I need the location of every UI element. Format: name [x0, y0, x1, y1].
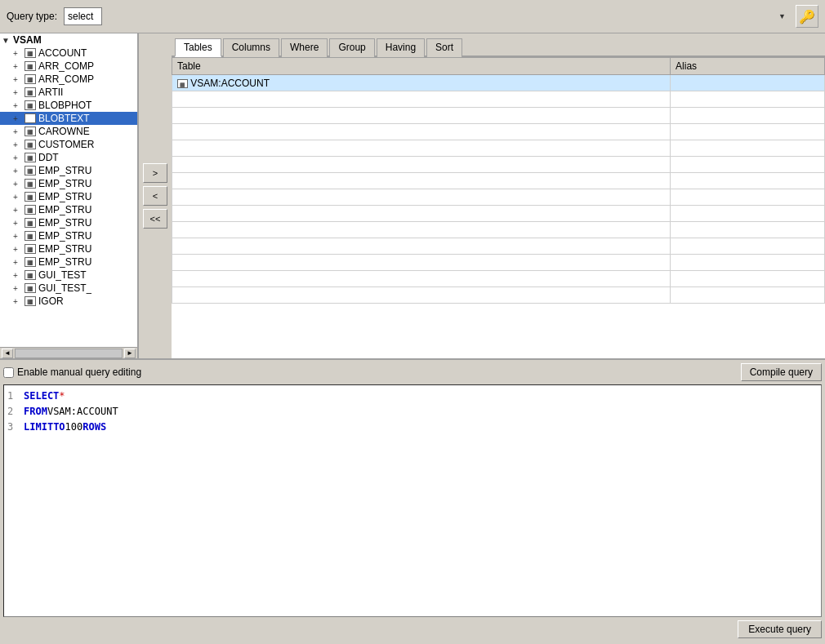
middle-buttons: > < << [139, 33, 172, 358]
list-item[interactable]: + ▦ ACCOUNT [0, 47, 137, 60]
list-item[interactable]: + ▦ EMP_STRU [0, 242, 137, 255]
remove-table-button[interactable]: < [143, 186, 167, 206]
list-item[interactable]: + ▦ IGOR [0, 295, 137, 308]
expand-icon: ▼ [2, 36, 11, 45]
list-item[interactable]: + ▦ ARTII [0, 86, 137, 99]
list-item[interactable]: + ▦ GUI_TEST_ [0, 282, 137, 295]
tab-sort[interactable]: Sort [426, 38, 462, 57]
expand-icon: + [13, 75, 23, 84]
table-row [172, 238, 825, 255]
table-icon: ▦ [25, 179, 36, 189]
table-icon: ▦ [25, 231, 36, 241]
table-icon: ▦ [25, 74, 36, 84]
select-keyword: SELECT [24, 389, 59, 404]
tab-where[interactable]: Where [281, 38, 328, 57]
table-row [172, 189, 825, 206]
tree-container[interactable]: ▼ VSAM + ▦ ACCOUNT + ▦ ARR_COMP + ▦ ARR_… [0, 33, 137, 347]
table-cell-alias [671, 75, 825, 91]
expand-icon: + [13, 140, 23, 149]
list-item[interactable]: + ▦ GUI_TEST [0, 269, 137, 282]
execute-query-button[interactable]: Execute query [738, 620, 822, 638]
tree-item-label: EMP_STRU [38, 217, 91, 229]
query-editor[interactable]: 1 SELECT * 2 FROM VSAM:ACCOUNT 3 LIMIT T… [3, 384, 822, 617]
list-item[interactable]: + ▦ CUSTOMER [0, 138, 137, 151]
list-item[interactable]: + ▦ DDT [0, 151, 137, 164]
table-row [172, 91, 825, 108]
list-item[interactable]: + ▦ EMP_STRU [0, 177, 137, 190]
expand-icon: + [13, 127, 23, 136]
list-item[interactable]: + ▦ BLOBTEXT [0, 112, 137, 125]
rows-keyword: ROWS [82, 420, 106, 435]
scroll-right-arrow[interactable]: ► [124, 349, 136, 358]
tree-item-label: DDT [38, 152, 59, 163]
table-row [172, 271, 825, 287]
tree-item-label: EMP_STRU [38, 243, 91, 255]
list-item[interactable]: + ▦ EMP_STRU [0, 229, 137, 242]
tab-group[interactable]: Group [329, 38, 374, 57]
list-item[interactable]: + ▦ EMP_STRU [0, 255, 137, 269]
table-row [172, 124, 825, 140]
limit-number: 100 [65, 420, 83, 435]
line-number-2: 2 [7, 404, 20, 420]
list-item[interactable]: + ▦ ARR_COMP [0, 73, 137, 86]
table-icon: ▦ [25, 283, 36, 293]
expand-icon: + [13, 180, 23, 189]
table-icon: ▦ [25, 61, 36, 71]
table-icon: ▦ [25, 192, 36, 202]
list-item[interactable]: + ▦ BLOBPHOT [0, 99, 137, 112]
tree-item-label: EMP_STRU [38, 256, 91, 268]
table-row[interactable]: ▦ VSAM:ACCOUNT [172, 75, 825, 91]
tab-columns[interactable]: Columns [223, 38, 279, 57]
query-type-select[interactable]: select insert update delete [64, 7, 102, 25]
tree-item-label: BLOBPHOT [38, 100, 91, 111]
compile-query-button[interactable]: Compile query [741, 363, 822, 381]
tree-item-label: CUSTOMER [38, 139, 94, 150]
manual-edit-bar: Enable manual query editing Compile quer… [3, 363, 822, 381]
table-icon: ▦ [25, 257, 36, 267]
scroll-left-arrow[interactable]: ◄ [2, 349, 13, 358]
to-keyword: TO [53, 420, 65, 435]
tree-item-label: EMP_STRU [38, 204, 91, 215]
expand-icon: + [13, 232, 23, 241]
tree-item-label: ACCOUNT [38, 47, 87, 59]
tree-item-label: BLOBTEXT [38, 113, 90, 124]
remove-all-tables-button[interactable]: << [143, 209, 167, 229]
list-item[interactable]: + ▦ EMP_STRU [0, 190, 137, 203]
top-bar: Query type: select insert update delete … [0, 0, 825, 33]
right-panel: Tables Columns Where Group Having Sort T… [172, 33, 825, 358]
table-icon: ▦ [25, 140, 36, 149]
add-table-button[interactable]: > [143, 163, 167, 183]
enable-manual-edit-checkbox[interactable] [3, 367, 14, 378]
expand-icon: + [13, 206, 23, 215]
expand-icon: + [13, 258, 23, 267]
left-panel: ▼ VSAM + ▦ ACCOUNT + ▦ ARR_COMP + ▦ ARR_… [0, 33, 139, 358]
list-item[interactable]: + ▦ EMP_STRU [0, 164, 137, 177]
table-icon: ▦ [25, 166, 36, 175]
list-item[interactable]: + ▦ CAROWNE [0, 125, 137, 138]
table-row [172, 157, 825, 173]
enable-manual-edit-label[interactable]: Enable manual query editing [3, 366, 141, 378]
table-icon: ▦ [25, 153, 36, 162]
table-row [172, 206, 825, 222]
toolbar-icon-button[interactable]: 🔑 [796, 5, 818, 28]
table-icon: ▦ [25, 87, 36, 97]
bottom-section: Enable manual query editing Compile quer… [0, 360, 825, 642]
main-area: ▼ VSAM + ▦ ACCOUNT + ▦ ARR_COMP + ▦ ARR_… [0, 33, 825, 360]
horizontal-scrollbar[interactable]: ◄ ► [0, 347, 137, 358]
add-icon: > [153, 168, 158, 178]
column-header-table: Table [172, 58, 671, 75]
list-item[interactable]: + ▦ ARR_COMP [0, 60, 137, 73]
tree-root[interactable]: ▼ VSAM [0, 33, 137, 47]
tab-tables[interactable]: Tables [175, 38, 221, 57]
table-cell-value: VSAM:ACCOUNT [190, 78, 270, 89]
scroll-track[interactable] [15, 349, 123, 358]
expand-icon: + [13, 167, 23, 175]
list-item[interactable]: + ▦ EMP_STRU [0, 216, 137, 229]
tree-item-label: EMP_STRU [38, 165, 91, 176]
line-number-1: 1 [7, 389, 20, 404]
tab-having[interactable]: Having [377, 38, 425, 57]
tree-root-label: VSAM [13, 34, 42, 46]
list-item[interactable]: + ▦ EMP_STRU [0, 203, 137, 216]
table-icon: ▦ [25, 244, 36, 254]
expand-icon: + [13, 284, 23, 293]
